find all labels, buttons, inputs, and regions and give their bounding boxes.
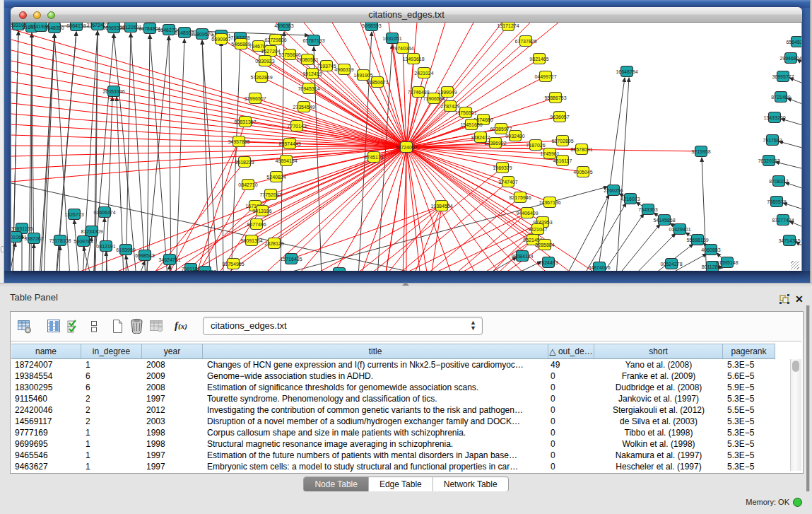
svg-text:4896383: 4896383 — [274, 23, 293, 28]
svg-text:25135427: 25135427 — [194, 269, 216, 271]
svg-text:1627204: 1627204 — [261, 49, 280, 54]
svg-text:29946804: 29946804 — [779, 56, 801, 61]
svg-text:86578091: 86578091 — [570, 147, 592, 152]
svg-text:62729806: 62729806 — [264, 37, 286, 42]
svg-text:71756551: 71756551 — [454, 110, 476, 115]
svg-text:1969379: 1969379 — [493, 165, 512, 170]
svg-text:18724007: 18724007 — [395, 145, 417, 150]
svg-text:0812191: 0812191 — [96, 244, 115, 249]
svg-text:17080531: 17080531 — [296, 57, 318, 62]
svg-text:7187026: 7187026 — [526, 143, 545, 148]
svg-text:0330923: 0330923 — [255, 59, 274, 64]
svg-text:13433200: 13433200 — [763, 115, 785, 120]
svg-text:55886753: 55886753 — [544, 95, 566, 100]
svg-text:60385977: 60385977 — [490, 127, 512, 132]
svg-text:98084124: 98084124 — [511, 254, 533, 259]
svg-text:34874016: 34874016 — [588, 265, 610, 270]
svg-text:02606474: 02606474 — [93, 210, 115, 215]
svg-text:99091334: 99091334 — [240, 238, 262, 243]
svg-text:34957885: 34957885 — [228, 139, 249, 144]
svg-text:2787429: 2787429 — [440, 104, 459, 109]
svg-text:65648236: 65648236 — [786, 40, 801, 45]
svg-text:36995777: 36995777 — [772, 74, 794, 79]
svg-text:9912419: 9912419 — [302, 71, 322, 76]
svg-text:76945314: 76945314 — [298, 86, 319, 91]
svg-text:6193990: 6193990 — [116, 247, 135, 252]
svg-text:4060883: 4060883 — [701, 247, 720, 252]
svg-text:5098393: 5098393 — [362, 23, 381, 28]
svg-text:7193745: 7193745 — [317, 64, 336, 69]
svg-text:85574443: 85574443 — [278, 141, 300, 146]
svg-text:15451680: 15451680 — [460, 122, 482, 127]
svg-text:71746488: 71746488 — [407, 90, 429, 95]
svg-text:3158692: 3158692 — [329, 271, 348, 271]
svg-text:3387262: 3387262 — [24, 236, 43, 241]
svg-text:2421024: 2421024 — [414, 71, 433, 76]
svg-text:2260256: 2260256 — [604, 188, 623, 193]
svg-text:4005045: 4005045 — [573, 170, 592, 175]
svg-text:55698169: 55698169 — [686, 238, 708, 243]
svg-text:6690967: 6690967 — [211, 37, 230, 42]
svg-text:28809570: 28809570 — [191, 32, 213, 37]
svg-text:61595148: 61595148 — [716, 260, 738, 265]
svg-text:34624751: 34624751 — [158, 257, 180, 262]
svg-text:62386922: 62386922 — [484, 141, 506, 146]
svg-text:82175946: 82175946 — [509, 195, 531, 200]
svg-text:3482477: 3482477 — [471, 135, 490, 140]
svg-text:0564139: 0564139 — [66, 23, 86, 28]
svg-text:7917693: 7917693 — [763, 138, 782, 143]
svg-text:80831367: 80831367 — [234, 119, 256, 124]
svg-text:94406409: 94406409 — [516, 211, 538, 216]
svg-text:0842710: 0842710 — [238, 182, 257, 187]
svg-text:67737826: 67737826 — [514, 39, 536, 44]
svg-text:6998543: 6998543 — [135, 253, 154, 258]
svg-text:54145868: 54145868 — [653, 218, 675, 223]
svg-text:01429401: 01429401 — [669, 227, 690, 232]
svg-text:9421047: 9421047 — [528, 227, 547, 232]
svg-text:37996507: 37996507 — [244, 96, 266, 101]
svg-text:74367136: 74367136 — [539, 200, 560, 205]
svg-text:7543303: 7543303 — [638, 207, 657, 212]
svg-text:49894134: 49894134 — [275, 158, 297, 163]
svg-text:3285884: 3285884 — [535, 243, 554, 247]
svg-text:5009788: 5009788 — [73, 239, 93, 244]
svg-text:87277434: 87277434 — [772, 218, 794, 223]
svg-text:7648350: 7648350 — [45, 25, 64, 30]
svg-text:81754965: 81754965 — [222, 262, 244, 267]
svg-text:2328120: 2328120 — [264, 241, 283, 246]
svg-text:3215958: 3215958 — [691, 149, 710, 154]
svg-text:65787133: 65787133 — [302, 38, 324, 43]
svg-text:76320163: 76320163 — [758, 158, 779, 163]
svg-text:87234309: 87234309 — [81, 229, 102, 234]
svg-text:1745961: 1745961 — [540, 151, 559, 156]
svg-text:00524278: 00524278 — [660, 262, 682, 267]
svg-text:9636057: 9636057 — [550, 115, 569, 119]
svg-text:13171274: 13171274 — [497, 23, 519, 28]
svg-text:4216073: 4216073 — [620, 197, 640, 201]
svg-text:9821465: 9821465 — [529, 57, 548, 62]
svg-text:77752047: 77752047 — [259, 192, 281, 197]
svg-text:26053346: 26053346 — [102, 89, 124, 94]
svg-text:53755646: 53755646 — [278, 52, 300, 57]
svg-text:1824493: 1824493 — [539, 260, 558, 265]
svg-text:13493618: 13493618 — [402, 57, 424, 62]
svg-text:80112805: 80112805 — [702, 264, 724, 269]
svg-text:51850671: 51850671 — [366, 80, 388, 85]
svg-text:0932480: 0932480 — [505, 134, 524, 139]
svg-text:73178108: 73178108 — [49, 238, 71, 243]
svg-text:1491905: 1491905 — [353, 73, 372, 78]
svg-text:34714345: 34714345 — [778, 238, 800, 243]
svg-text:62702895: 62702895 — [551, 139, 573, 144]
svg-text:1326773: 1326773 — [64, 212, 83, 217]
svg-text:5466889: 5466889 — [231, 42, 250, 47]
svg-text:4745171: 4745171 — [364, 155, 383, 160]
svg-text:7770143: 7770143 — [287, 124, 306, 129]
svg-text:04499727: 04499727 — [534, 74, 556, 79]
svg-text:19384554: 19384554 — [430, 204, 452, 209]
svg-text:1031051: 1031051 — [382, 36, 401, 41]
svg-text:9413186: 9413186 — [252, 209, 271, 214]
svg-text:37631165: 37631165 — [11, 226, 33, 231]
svg-text:3518233: 3518233 — [235, 160, 254, 165]
svg-text:79740344: 79740344 — [392, 46, 413, 51]
svg-text:4316117: 4316117 — [553, 158, 572, 163]
